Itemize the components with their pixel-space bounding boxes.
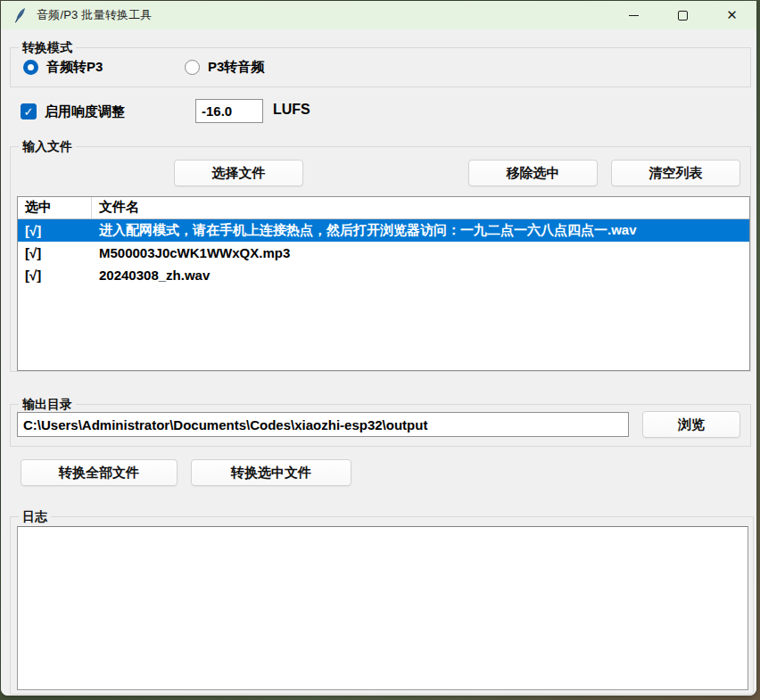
browse-button[interactable]: 浏览 [642,411,740,438]
row-filename-cell: 进入配网模式，请在手机上连接热点，然后打开浏览器访问：一九二点一六八点四点一.w… [92,222,749,239]
window-title: 音频/P3 批量转换工具 [37,7,153,23]
checkbox-checked-icon [21,103,37,119]
radio-unselected-icon [185,60,200,75]
minimize-button[interactable] [609,1,658,29]
column-header-checked[interactable]: 选中 [18,197,92,218]
maximize-icon [678,11,688,21]
log-group: 日志 [10,516,754,695]
radio-p3-to-audio[interactable]: P3转音频 [185,59,264,76]
file-table-header: 选中 文件名 [18,197,749,219]
row-checked-cell: [√] [18,223,92,238]
log-group-label: 日志 [19,508,51,525]
table-row[interactable]: [√] 进入配网模式，请在手机上连接热点，然后打开浏览器访问：一九二点一六八点四… [18,219,749,242]
table-row[interactable]: [√] M500003J0cWK1WWxQX.mp3 [18,242,749,264]
conversion-mode-group: 转换模式 音频转P3 P3转音频 [10,47,751,87]
log-textarea[interactable] [17,526,748,690]
mode-group-label: 转换模式 [19,39,76,56]
convert-selected-button[interactable]: 转换选中文件 [191,459,351,486]
lufs-unit-label: LUFS [273,102,310,118]
app-icon-feather [13,7,28,23]
loudness-checkbox-label: 启用响度调整 [45,103,125,120]
remove-selected-button[interactable]: 移除选中 [468,160,598,186]
clear-list-button[interactable]: 清空列表 [611,160,740,186]
close-icon [726,7,738,23]
loudness-checkbox[interactable]: 启用响度调整 [21,103,125,120]
column-header-filename[interactable]: 文件名 [92,197,749,218]
close-button[interactable] [707,1,756,29]
radio-label-audio-to-p3: 音频转P3 [46,59,103,76]
maximize-button[interactable] [658,1,707,29]
row-checked-cell: [√] [18,245,92,260]
radio-selected-icon [23,60,38,75]
app-window: 音频/P3 批量转换工具 转换模式 音频转P3 [1,1,756,696]
radio-audio-to-p3[interactable]: 音频转P3 [23,59,103,76]
file-table-body: [√] 进入配网模式，请在手机上连接热点，然后打开浏览器访问：一九二点一六八点四… [18,219,749,286]
input-files-group: 输入文件 选择文件 移除选中 清空列表 选中 文件名 [√] 进入配网模式，请在… [10,146,751,372]
titlebar: 音频/P3 批量转换工具 [1,1,756,29]
minimize-icon [629,15,639,16]
main-content: 转换模式 音频转P3 P3转音频 启用响度调整 LUFS [1,29,756,696]
lufs-input[interactable] [195,99,263,123]
output-dir-input[interactable] [17,412,629,437]
output-dir-group: 输出目录 浏览 [10,404,751,447]
input-files-group-label: 输入文件 [19,138,76,155]
window-controls [609,1,756,29]
convert-all-button[interactable]: 转换全部文件 [21,459,178,486]
row-filename-cell: 20240308_zh.wav [92,268,749,283]
output-dir-group-label: 输出目录 [19,396,76,413]
loudness-row: 启用响度调整 LUFS [21,99,125,124]
row-checked-cell: [√] [18,268,92,283]
file-table: 选中 文件名 [√] 进入配网模式，请在手机上连接热点，然后打开浏览器访问：一九… [17,196,750,371]
table-row[interactable]: [√] 20240308_zh.wav [18,264,749,286]
row-filename-cell: M500003J0cWK1WWxQX.mp3 [92,245,749,260]
desktop-background: 音频/P3 批量转换工具 转换模式 音频转P3 [0,0,760,700]
radio-label-p3-to-audio: P3转音频 [208,59,264,76]
select-files-button[interactable]: 选择文件 [174,160,303,186]
